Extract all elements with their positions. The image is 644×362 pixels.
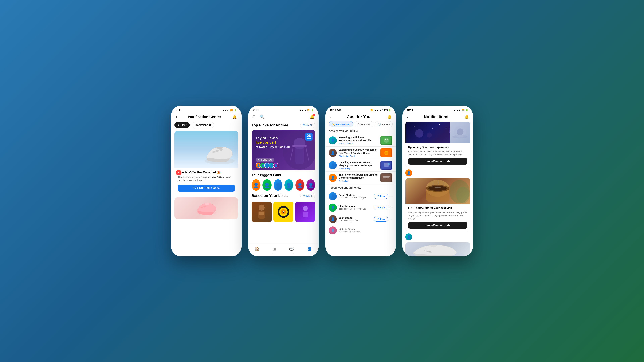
battery-icon-4: 🔋 [466,109,468,111]
follow-info-1: Sarah Martinez posts about #fashion #lif… [339,194,372,199]
tab-personalized[interactable]: ✏️ Personalized [329,121,353,127]
notif-image-sneaker [405,242,470,256]
follow-item-2: 👤 Victoria Green posts about #wellness #… [325,202,396,213]
article-title-3: Unveiling the Future: Trends Shaping Our… [339,161,378,167]
fan-avatar-3[interactable]: 👤 [274,179,282,191]
signal-icon-4: ▲▲▲ [454,109,460,111]
nav-home[interactable]: 🏠 [255,247,260,251]
search-icon[interactable]: 🔍 [260,114,265,119]
based-card-3[interactable] [295,202,315,222]
filter-button[interactable]: ⊞ Filter [174,122,190,128]
follow-button-3[interactable]: Follow [374,217,388,222]
fan-avatar-4[interactable]: 👤 [284,179,293,191]
svg-rect-29 [383,179,388,179]
phone4-title: Notifications [408,114,464,119]
article-item-3[interactable]: 👤 Unveiling the Future: Trends Shaping O… [325,159,396,172]
back-button-4[interactable]: ‹ [406,115,408,119]
follow-name-2: Victoria Green [339,205,372,208]
notif-title-stars: Upcoming Starshow Experience [408,146,468,149]
more-button-3[interactable]: ··· [390,217,392,221]
based-title: Based on Your Likes [252,194,288,198]
date-month: NOV [307,138,311,140]
svg-point-33 [439,124,440,125]
shoe-display [174,131,238,168]
grid-icon[interactable]: ⊞ [252,114,256,119]
svg-point-31 [414,126,414,127]
fan-avatar-2[interactable]: 👤 [262,179,271,191]
notif-cta-coffee[interactable]: 20% Off Promo Code [408,222,468,229]
more-button-2[interactable]: ··· [390,206,392,210]
concert-avatars: 👤 👤 👤 👤 👤 [256,163,278,168]
svg-point-38 [446,127,446,128]
based-card-2[interactable] [273,202,294,222]
article-item-1[interactable]: 👤 Mastering Mindfulness: Techniques for … [325,134,396,147]
status-bar-4: 9:41 ▲▲▲ 📶 🔋 [402,106,473,113]
topbar-left-icons: ⊞ 🔍 [252,114,265,119]
wifi-icon-3: 📶 [370,109,373,111]
fan-avatar-6[interactable]: 👤 [306,179,315,191]
notif-card-coffee: FREE coffee gift for your next visit Fue… [405,178,470,231]
article-text-1: Mastering Mindfulness: Techniques for a … [339,136,378,145]
fan-avatar-5[interactable]: 👤 [295,179,304,191]
back-button[interactable]: ‹ [176,115,177,119]
nav-grid[interactable]: ⊞ [273,247,276,251]
nav-profile[interactable]: 👤 [307,247,312,251]
signal-icon-2: ▲▲▲ [299,109,306,111]
follow-tags-3: posts about #jazz #art [339,219,372,222]
promo-desc-1: Thanks for being you! Enjoy an extra 15%… [178,176,235,182]
promotions-tag[interactable]: Promotions ✕ [192,122,214,128]
follow-actions-3: Follow ··· [374,217,392,222]
promo-image-1 [174,131,238,168]
status-bar-3: 9:41 AM 📶 ▲▲▲ 100%🔋 [325,106,396,113]
follow-button-2[interactable]: Follow [374,205,388,210]
based-view-all[interactable]: View All [300,193,315,198]
article-author-2: Christopher Reed [339,155,378,157]
message-icon: 💬 [289,247,294,251]
svg-point-32 [426,125,426,125]
top-picks-header: Top Picks for Andrea View All [248,121,319,130]
star-product-image [450,122,470,143]
follow-button-1[interactable]: Follow [374,194,388,199]
notif-avatar-row-1: 👤 [402,169,473,178]
fans-title: Your Biggest Fans [252,173,315,177]
article-text-3: Unveiling the Future: Trends Shaping Our… [339,161,378,170]
nav-messages[interactable]: 💬 [289,247,294,251]
nav-bar-indicator [273,254,294,254]
svg-rect-17 [303,212,308,217]
promo-cta-button-1[interactable]: 15% Off Promo Code [178,185,235,192]
notif-body-coffee: FREE coffee gift for your next visit Fue… [405,204,470,231]
tab-featured[interactable]: ☆ Featured [354,121,374,127]
follow-info-2: Victoria Green posts about #wellness #he… [339,205,372,210]
notif-image-coffee [405,178,470,204]
view-all-button[interactable]: View All [300,122,315,128]
fan-avatar-1[interactable]: 👤 [252,179,260,191]
follow-avatar-4: 👤 [329,226,337,234]
more-button-1[interactable]: ··· [390,194,392,198]
recent-icon: 🕐 [378,123,381,126]
thumb-food [381,149,392,157]
article-item-4[interactable]: 👤 The Power of Storytelling: Crafting Co… [325,172,396,184]
featured-icon: ☆ [358,123,360,126]
concert-card[interactable]: Taylor Lewis live concert at Radio City … [252,130,315,170]
bell-icon-4[interactable]: 🔔 [464,115,469,119]
article-avatar-1: 👤 [329,136,337,144]
based-card-1[interactable] [252,202,272,222]
profile-icon: 👤 [307,247,312,251]
tab-recent[interactable]: 🕐 Recent [375,121,393,127]
back-button-3[interactable]: ‹ [330,115,330,119]
concert-text: Taylor Lewis live concert at Radio City … [256,136,311,149]
bell-icon-3[interactable]: 🔔 [387,115,392,119]
notif-cta-stars[interactable]: 20% Off Promo Code [408,158,468,165]
coffee-svg [406,178,470,204]
phone-notification-center: 9:41 ▲▲▲ 📶 🔋 ‹ Notification Center 🔔 ⊞ F… [171,106,242,256]
close-icon[interactable]: ✕ [209,123,211,126]
svg-point-43 [427,133,432,138]
svg-point-46 [457,128,464,135]
top-picks-title: Top Picks for Andrea [252,123,288,127]
notif-card-stars: Upcoming Starshow Experience Experience … [405,121,470,167]
bell-icon[interactable]: 🔔 [232,115,237,119]
promo-desc-bold: extra 15% off [211,176,226,178]
phone1-title: Notification Center [177,115,232,119]
phone-notifications: 9:41 ▲▲▲ 📶 🔋 ‹ Notifications 🔔 [402,106,473,256]
article-item-2[interactable]: 👤 Exploring the Culinary Wonders of New … [325,147,396,159]
